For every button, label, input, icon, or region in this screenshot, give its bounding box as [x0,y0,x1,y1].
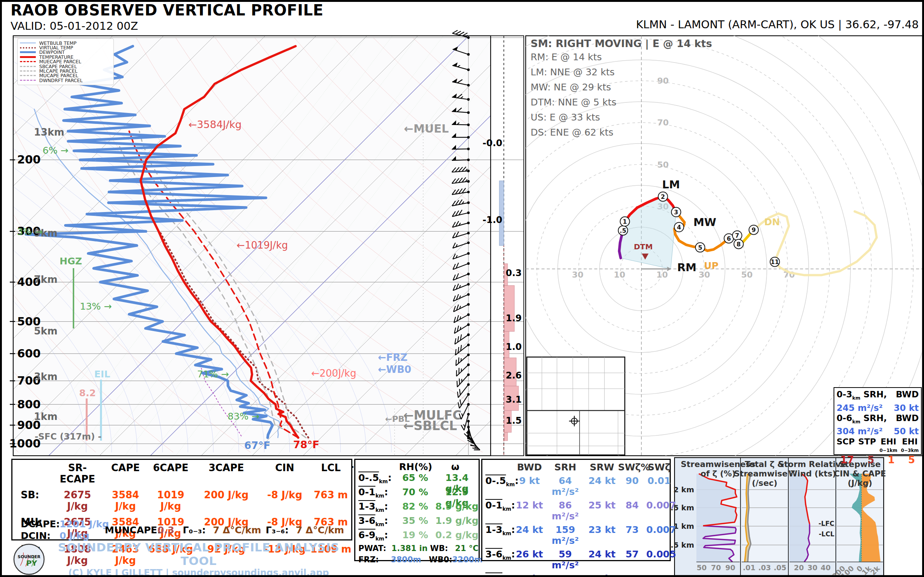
thermo-value: 3584 J/kg [103,485,148,512]
bwd-value: 86 m²/s² [544,497,586,522]
bwd-value: 90 [618,473,646,497]
panel-1: Total ζ &Streamwise ζ(/sec).01.03.05 [734,459,795,572]
bwd-col-header: SRH [544,460,586,473]
thermo-header: SR-ECAPECAPE6CAPE3CAPECINLCL [13,460,351,485]
svg-text:3% →: 3% → [17,226,43,237]
rh-row-label: 6-9km: [355,530,395,542]
svg-text:4: 4 [677,224,681,231]
bwd-value: 24 kt [586,473,618,497]
svg-text:-LCL: -LCL [819,530,834,538]
rh-value: 35 % [395,515,435,526]
bwd-row-label: 0-1km: [482,497,514,522]
bwd-col-header: BWD [514,460,544,473]
legend-line-sample [20,47,36,48]
svg-text:1.9: 1.9 [506,313,522,324]
bwd-value: 0.01 [646,473,672,497]
svg-text:of ζ (%): of ζ (%) [701,469,736,478]
bwd-col-header: SWζ [646,460,672,473]
hodo-stats-box: 0-3km SRH,BWD245 m²/s²30 kt0-6km SRH,BWD… [834,387,922,455]
bwd-row-label: 6-9km: [482,571,514,577]
bwd-row: 3-6km:26 kt59 m²/s²24 kt570.005 [482,546,670,571]
svg-text:30: 30 [699,270,710,279]
svg-text:1.5: 1.5 [506,416,522,426]
bwd-row: 1-3km:24 kt159 m²/s²23 kt730.007 [482,522,670,546]
thermo-value: 1019 J/kg [148,485,193,512]
legend-item: DWNDRFT PARCEL [20,78,111,82]
srh-bwd-values2: 304 m²/s²50 kt [837,426,919,437]
wb-value: 21 °C [453,544,478,553]
svg-text:-0.0: -0.0 [483,138,502,148]
dcin-value: 0 J/kg [60,530,89,541]
srh-0-3-value: 245 m²/s² [837,403,882,413]
svg-text:6% →: 6% → [43,145,69,156]
bwd-value: 12 kt [514,497,544,522]
rh-col-header: RH(%) [395,461,436,472]
legend-line-sample [20,56,36,58]
bwd-value: 24 kt [586,546,618,571]
storm-motion-line: DS: ENE @ 62 kts [531,127,712,138]
dcin-label: DCIN: [21,530,50,541]
legend-label: DWNDRFT PARCEL [39,77,82,83]
svg-text:78°F: 78°F [293,439,320,450]
scp-label: SCP [837,438,855,454]
svg-text:9: 9 [751,226,756,234]
svg-text:Wind (kts): Wind (kts) [788,469,836,478]
composite-header: SCPSTPEHI0−1kmEHI0−3km [837,438,919,454]
pwat-row: PWAT:1.381 inWB:21 °C [355,544,478,555]
svg-text:CIN & CAPE: CIN & CAPE [834,469,886,478]
svg-text:RM: RM [677,261,696,274]
storm-motion-line: SM: RIGHT MOVING | E @ 14 kts [531,38,712,49]
omega-col-header: ω [436,461,474,472]
thermo-col-header: LCL [310,460,352,485]
svg-text:HGZ: HGZ [60,256,82,267]
svg-text:7km: 7km [34,274,57,285]
mixing-ratio-value: 0.2 g/kg [435,530,478,540]
ehi3-label: EHI0−3km [901,438,919,454]
svg-text:50: 50 [741,270,753,279]
bwd-0-6-value: 50 kt [894,426,919,437]
srh-bwd-header2: 0-6km SRH,BWD [837,413,919,427]
footer: SOUNDER PY SOUNDERPY VERTICAL PROFILE AN… [13,543,352,575]
svg-text:Streamwise ζ: Streamwise ζ [734,469,795,478]
thermo-row-label: SB: [13,485,52,512]
legend-line-sample [20,43,36,43]
rh-row: 1-3km:82 %8.9 g/kg [355,501,478,515]
ehi1-label: EHI0−1km [880,438,897,454]
svg-text:0.3: 0.3 [506,268,522,278]
svg-text:DTM: DTM [634,242,653,251]
mini-panels: Streamwisenessof ζ (%)507090Total ζ &Str… [665,458,886,577]
lapse-3-6-value: 7 Δ°C/km [296,525,344,535]
bwd-value: 36 [618,571,646,577]
thermo-col-header: 3CAPE [193,460,259,485]
bwd-value: 25 kt [586,497,618,522]
svg-text:.05: .05 [774,563,787,572]
rh-row-label: 0-.5km: [355,472,395,484]
bwd-row-label: 1-3km: [482,522,514,546]
svg-text:3km: 3km [34,371,57,382]
bwd-value: 159 m²/s² [544,522,586,546]
bwd-0-3-value: 30 kt [894,403,919,413]
storm-motion-line: RM: E @ 14 kts [531,52,712,63]
svg-text:83% →: 83% → [228,411,259,422]
wb-label: WB: [430,544,452,553]
location-inset-map [527,357,625,455]
svg-text:7: 7 [735,232,739,239]
srh-layer: 0-3 [837,390,852,399]
bwd-value: 59 m²/s² [544,546,586,571]
hodo-marker-11: 11 [770,257,780,267]
svg-text:LM: LM [662,178,680,191]
svg-text:71% →: 71% → [197,369,229,380]
lapse-0-3-value: 7 Δ°C/km [213,525,261,535]
bwd-value: 9 kt [514,473,544,497]
svg-text:(/sec): (/sec) [752,478,777,488]
bwd-value: 0.007 [646,522,672,546]
shear-table: BWDSRHSRWSWζ%SWζ0-.5km:9 kt64 m²/s²24 kt… [481,459,671,561]
dcape-value: 1201 J/kg [60,519,109,530]
svg-text:-SFC (317m) -: -SFC (317m) - [35,432,101,442]
thermo-col-header: CAPE [103,460,148,485]
hodo-marker-.5: .5 [619,226,628,235]
svg-text:Streamwiseness: Streamwiseness [681,459,756,469]
svg-text:←1019J/kg: ←1019J/kg [237,240,288,251]
svg-text:1: 1 [623,218,627,225]
svg-text:3: 3 [674,209,678,216]
